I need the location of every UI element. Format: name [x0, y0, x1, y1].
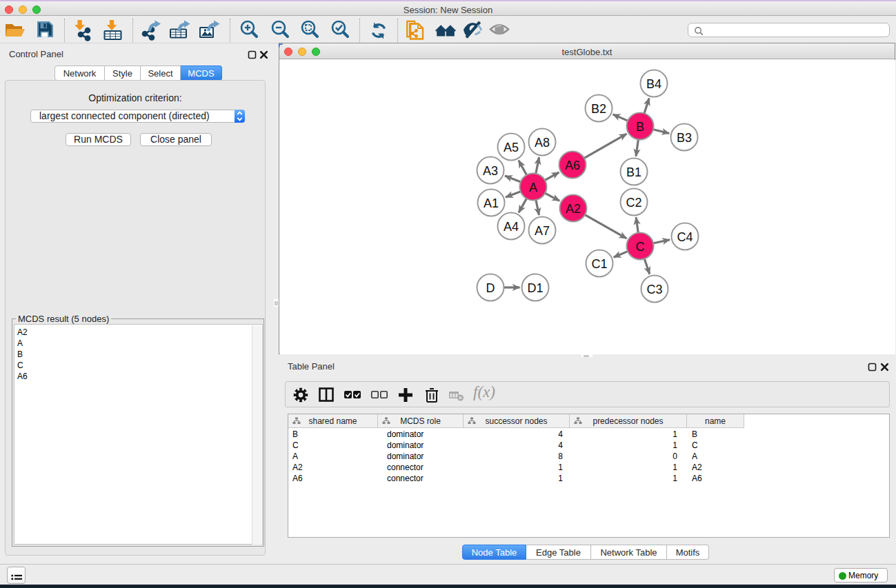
svg-text:D1: D1 [527, 281, 543, 295]
svg-text:A2: A2 [566, 202, 581, 216]
svg-text:A8: A8 [535, 136, 550, 150]
svg-text:C4: C4 [677, 230, 693, 244]
svg-text:C: C [636, 240, 645, 254]
svg-text:B1: B1 [626, 165, 641, 179]
svg-text:C3: C3 [646, 283, 662, 296]
svg-text:C2: C2 [626, 196, 641, 210]
svg-text:A7: A7 [535, 224, 550, 238]
svg-text:A4: A4 [504, 220, 519, 234]
svg-text:B3: B3 [677, 131, 692, 145]
svg-text:B2: B2 [591, 102, 606, 116]
svg-text:B4: B4 [646, 77, 661, 91]
svg-text:A3: A3 [483, 164, 498, 178]
svg-text:A: A [529, 181, 537, 194]
svg-text:A1: A1 [484, 196, 499, 210]
svg-text:A6: A6 [565, 159, 580, 172]
svg-text:D: D [486, 281, 495, 295]
svg-text:C1: C1 [591, 257, 607, 271]
svg-text:B: B [636, 120, 644, 134]
svg-text:A5: A5 [504, 141, 519, 154]
